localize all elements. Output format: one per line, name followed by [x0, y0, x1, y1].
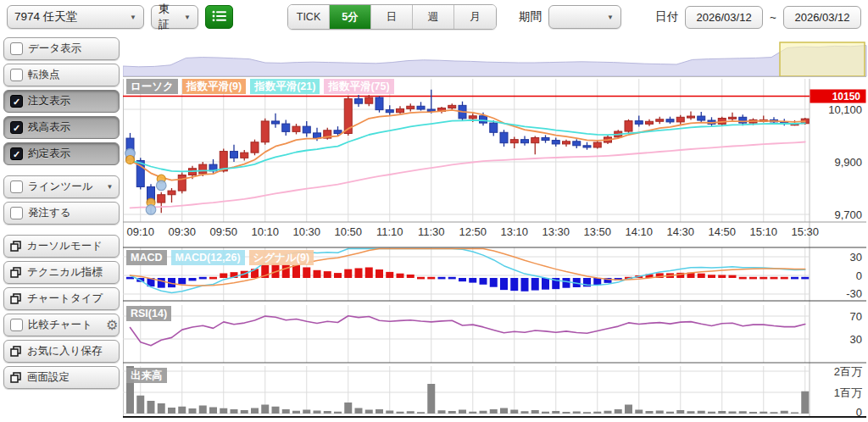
checkbox-icon	[10, 42, 23, 55]
sidebar-screen-settings-button[interactable]: 画面設定	[3, 366, 120, 389]
svg-text:30: 30	[850, 251, 862, 264]
svg-text:9,700: 9,700	[834, 208, 862, 221]
checkbox-icon	[10, 180, 23, 193]
left-sidebar: データ表示 転換点 注文表示 残高表示 約定表示 ラインツール ▼ 発注する カ…	[0, 34, 123, 422]
svg-text:11:30: 11:30	[418, 225, 445, 238]
svg-text:13:30: 13:30	[542, 225, 570, 238]
top-toolbar: 7974 任天堂 ▼ 東証 ▼ TICK 5分 日 週 月 期間 ▼ 日付 20…	[0, 0, 868, 34]
period-label: 期間	[519, 9, 542, 25]
svg-text:09:10: 09:10	[126, 225, 154, 238]
market-selector-value: 東証	[159, 2, 179, 32]
timeframe-week[interactable]: 週	[413, 5, 454, 29]
sidebar-toggle-balance-display[interactable]: 残高表示	[3, 116, 120, 139]
svg-text:14:10: 14:10	[625, 225, 653, 238]
checkbox-checked-icon	[10, 121, 23, 134]
svg-text:09:50: 09:50	[209, 225, 237, 238]
svg-text:10:10: 10:10	[251, 225, 279, 238]
window-icon	[10, 346, 22, 358]
sidebar-chart-type-button[interactable]: チャートタイプ	[3, 287, 120, 310]
checkbox-checked-icon	[10, 147, 23, 160]
sidebar-toggle-turning-point[interactable]: 転換点	[3, 64, 120, 86]
sidebar-save-favorite-button[interactable]: お気に入り保存	[3, 340, 120, 363]
svg-text:14:50: 14:50	[708, 225, 736, 238]
gear-icon[interactable]: ⚙	[106, 319, 118, 331]
chevron-down-icon[interactable]: ▼	[106, 183, 113, 191]
svg-text:11:10: 11:10	[376, 225, 403, 238]
date-label: 日付	[655, 9, 678, 25]
timeframe-group: TICK 5分 日 週 月	[287, 4, 497, 30]
chevron-down-icon: ▼	[184, 14, 191, 21]
chart-canvas[interactable]: 10,1009,9009,7001015009:1009:3009:5010:1…	[123, 34, 868, 422]
svg-text:-30: -30	[846, 287, 862, 300]
date-tilde: ~	[770, 11, 776, 24]
svg-text:1百万: 1百万	[834, 386, 862, 399]
sidebar-line-tool[interactable]: ラインツール ▼	[3, 175, 120, 198]
chevron-down-icon: ▼	[130, 14, 136, 21]
checkbox-icon	[10, 207, 23, 219]
timeframe-month[interactable]: 月	[454, 5, 496, 29]
checkbox-checked-icon	[10, 95, 23, 108]
period-selector[interactable]: ▼	[548, 5, 621, 29]
svg-text:14:30: 14:30	[666, 225, 694, 238]
svg-text:30: 30	[850, 333, 862, 346]
svg-text:10:30: 10:30	[292, 225, 320, 238]
checkbox-icon	[10, 319, 23, 331]
timeframe-tick[interactable]: TICK	[288, 5, 330, 29]
sidebar-toggle-order-display[interactable]: 注文表示	[3, 90, 120, 113]
timeframe-day[interactable]: 日	[371, 5, 413, 29]
svg-text:10150: 10150	[832, 91, 861, 103]
sidebar-technical-indicator-button[interactable]: テクニカル指標	[3, 261, 120, 284]
window-icon	[10, 372, 22, 384]
sidebar-compare-chart[interactable]: 比較チャート ⚙	[3, 314, 120, 336]
svg-text:09:30: 09:30	[168, 225, 196, 238]
svg-text:2百万: 2百万	[834, 365, 862, 378]
svg-text:10:50: 10:50	[334, 225, 362, 238]
svg-text:15:30: 15:30	[791, 225, 819, 238]
window-icon	[10, 241, 22, 253]
sidebar-toggle-place-order[interactable]: 発注する	[3, 202, 120, 225]
sidebar-toggle-execution-display[interactable]: 約定表示	[3, 142, 120, 165]
window-icon	[10, 293, 22, 305]
svg-text:70: 70	[850, 310, 862, 323]
sidebar-toggle-data-display[interactable]: データ表示	[3, 37, 120, 60]
timeframe-5min[interactable]: 5分	[330, 5, 371, 29]
svg-text:0: 0	[856, 269, 862, 282]
date-from-field[interactable]: 2026/03/12	[685, 6, 763, 29]
svg-text:15:10: 15:10	[749, 225, 777, 238]
svg-text:10,100: 10,100	[828, 103, 862, 116]
checkbox-icon	[10, 69, 23, 81]
svg-text:9,900: 9,900	[834, 156, 862, 169]
list-icon	[212, 10, 227, 25]
sidebar-cursor-mode-button[interactable]: カーソルモード	[3, 235, 120, 258]
stock-list-button[interactable]	[205, 5, 233, 29]
market-selector[interactable]: 東証 ▼	[151, 5, 198, 29]
svg-text:13:10: 13:10	[500, 225, 528, 238]
svg-text:12:50: 12:50	[459, 225, 487, 238]
chart-svg: 10,1009,9009,7001015009:1009:3009:5010:1…	[123, 34, 868, 422]
stock-selector-value: 7974 任天堂	[14, 9, 77, 25]
window-icon	[10, 267, 22, 279]
date-to-field[interactable]: 2026/03/12	[783, 6, 861, 29]
svg-text:13:50: 13:50	[583, 225, 611, 238]
chevron-down-icon: ▼	[607, 14, 614, 21]
stock-selector[interactable]: 7974 任天堂 ▼	[7, 5, 144, 29]
